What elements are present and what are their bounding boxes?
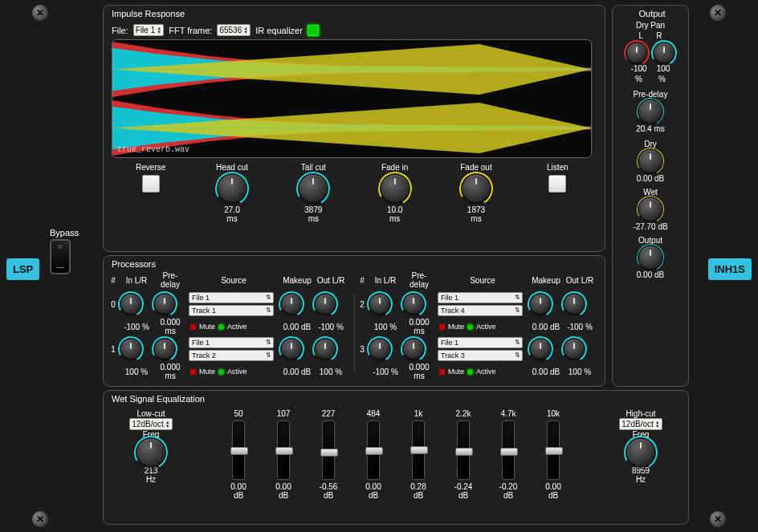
proc-0-out-knob[interactable] bbox=[316, 294, 335, 314]
eq-band-2-slider[interactable] bbox=[322, 420, 335, 480]
panel-output: Output Dry Pan L R -100 100 % % Pre-dela… bbox=[612, 5, 689, 387]
ir-waveform[interactable]: true_reverb.wav bbox=[112, 39, 592, 158]
proc-2-source-a[interactable]: File 1 bbox=[438, 292, 523, 303]
listen-button[interactable] bbox=[548, 175, 566, 193]
proc-3-out-val: 100 % bbox=[564, 368, 595, 376]
fadeout-knob[interactable] bbox=[463, 175, 490, 202]
panel-processors: Processors # In L/R Pre-delay Source Mak… bbox=[103, 255, 605, 387]
reverse-button[interactable] bbox=[142, 175, 160, 193]
ir-fft-label: FFT frame: bbox=[169, 26, 212, 35]
proc-h-pd: Pre-delay bbox=[155, 271, 185, 289]
proc-1-in-val: 100 % bbox=[121, 368, 152, 376]
bypass-label: Bypass bbox=[50, 228, 79, 238]
eq-lowcut: Low-cut 12dB/oct ▲▼ Freq 213 Hz bbox=[113, 409, 189, 484]
eq-band-3-thumb[interactable] bbox=[365, 447, 383, 455]
proc-1-source-a[interactable]: File 1 bbox=[189, 337, 274, 348]
eq-band-6-slider[interactable] bbox=[502, 420, 515, 480]
proc-1-pd-knob[interactable] bbox=[155, 339, 174, 359]
eq-band-3-slider[interactable] bbox=[367, 420, 380, 480]
eq-band-0-slider[interactable] bbox=[232, 420, 245, 480]
eq-band-5-unit: dB bbox=[458, 491, 468, 500]
proc-0-in-val: -100 % bbox=[121, 323, 152, 331]
proc-1-mute-led[interactable] bbox=[190, 369, 196, 375]
proc-0-mute-led[interactable] bbox=[190, 324, 196, 330]
eq-band-4-thumb[interactable] bbox=[410, 446, 428, 454]
proc-1-source-b[interactable]: Track 2 bbox=[189, 350, 274, 361]
eq-band-5-slider[interactable] bbox=[457, 420, 470, 480]
listen-led bbox=[555, 196, 560, 201]
ir-eq-led[interactable] bbox=[308, 25, 319, 36]
proc-2-in-knob[interactable] bbox=[370, 294, 389, 314]
dry-knob[interactable] bbox=[639, 150, 662, 173]
brand-inh: INH1S bbox=[708, 258, 752, 280]
proc-3-active-led[interactable] bbox=[467, 369, 473, 375]
eq-band-7-thumb[interactable] bbox=[545, 447, 563, 455]
tailcut-knob[interactable] bbox=[300, 175, 327, 202]
proc-3-out-knob[interactable] bbox=[564, 339, 584, 359]
ir-file-label: File: bbox=[112, 26, 128, 35]
drypan-label: Dry Pan bbox=[636, 21, 665, 30]
eq-band-1-thumb[interactable] bbox=[275, 447, 293, 455]
ir-fft-select[interactable]: 65536 ▲▼ bbox=[217, 24, 251, 36]
highcut-slope-value: 12dB/oct bbox=[621, 420, 653, 428]
highcut-slope-select[interactable]: 12dB/oct ▲▼ bbox=[619, 418, 662, 430]
proc-3-in-knob[interactable] bbox=[370, 339, 389, 359]
proc-1-in-knob[interactable] bbox=[121, 339, 141, 359]
spinner-icon: ▲▼ bbox=[655, 420, 660, 428]
proc-row-num: 0 bbox=[108, 300, 118, 309]
proc-row-num: 1 bbox=[108, 345, 118, 354]
eq-band-1-val: 0.00 bbox=[275, 482, 291, 491]
proc-1-out-knob[interactable] bbox=[316, 339, 335, 359]
ir-file-value: File 1 bbox=[136, 26, 155, 35]
proc-2-out-knob[interactable] bbox=[564, 294, 584, 314]
eq-band-4-slider[interactable] bbox=[412, 420, 425, 480]
ir-filename: true_reverb.wav bbox=[117, 145, 190, 154]
proc-3-pd-knob[interactable] bbox=[404, 339, 423, 359]
proc-1-active-led[interactable] bbox=[218, 369, 224, 375]
out-knob[interactable] bbox=[639, 246, 662, 269]
eq-band-4: 1k 0.28 dB bbox=[397, 409, 439, 500]
eq-band-3-val: 0.00 bbox=[365, 482, 381, 491]
proc-3-pd-val: 0.000 ms bbox=[404, 363, 434, 380]
eq-band-7: 10k 0.00 dB bbox=[532, 409, 574, 500]
proc-1-mk-knob[interactable] bbox=[282, 339, 301, 359]
headcut-knob[interactable] bbox=[218, 175, 246, 202]
proc-2-pd-knob[interactable] bbox=[404, 294, 423, 314]
eq-band-1-slider[interactable] bbox=[277, 420, 290, 480]
dry-value: 0.00 dB bbox=[637, 174, 664, 183]
eq-band-6-thumb[interactable] bbox=[500, 448, 518, 456]
eq-band-5-freq: 2.2k bbox=[456, 409, 471, 418]
proc-3-source-a[interactable]: File 1 bbox=[438, 337, 523, 348]
wet-knob[interactable] bbox=[639, 198, 662, 221]
eq-band-5-val: -0.24 bbox=[454, 482, 473, 491]
proc-0-active-led[interactable] bbox=[218, 324, 224, 330]
drypan-l-knob[interactable] bbox=[627, 43, 646, 63]
proc-0-source-a[interactable]: File 1 bbox=[189, 292, 274, 303]
proc-2-out-val: -100 % bbox=[564, 323, 595, 331]
highcut-freq-knob[interactable] bbox=[627, 439, 654, 466]
proc-2-mk-knob[interactable] bbox=[531, 294, 550, 314]
proc-0-mk-knob[interactable] bbox=[282, 294, 301, 314]
eq-band-2: 227 -0.56 dB bbox=[308, 409, 349, 500]
proc-3-mute-led[interactable] bbox=[439, 369, 445, 375]
proc-3-mk-knob[interactable] bbox=[531, 339, 550, 359]
eq-band-2-thumb[interactable] bbox=[320, 449, 338, 457]
lowcut-slope-select[interactable]: 12dB/oct ▲▼ bbox=[129, 418, 172, 430]
proc-2-source-b[interactable]: Track 4 bbox=[438, 305, 523, 316]
eq-band-0-thumb[interactable] bbox=[230, 447, 248, 455]
proc-2-mute-led[interactable] bbox=[439, 324, 445, 330]
proc-0-in-knob[interactable] bbox=[121, 294, 141, 314]
proc-0-source-b[interactable]: Track 1 bbox=[189, 305, 274, 316]
eq-band-7-slider[interactable] bbox=[547, 420, 560, 480]
drypan-r-knob[interactable] bbox=[654, 43, 674, 63]
eq-band-5-thumb[interactable] bbox=[455, 448, 473, 456]
proc-2-active-led[interactable] bbox=[467, 324, 473, 330]
eq-band-6: 4.7k -0.20 dB bbox=[487, 409, 529, 500]
ir-file-select[interactable]: File 1 ▲▼ bbox=[133, 24, 164, 36]
predelay-knob[interactable] bbox=[639, 100, 662, 123]
lowcut-freq-knob[interactable] bbox=[137, 439, 165, 466]
fadein-knob[interactable] bbox=[381, 175, 409, 202]
proc-0-pd-knob[interactable] bbox=[155, 294, 174, 314]
bypass-switch[interactable] bbox=[50, 239, 71, 274]
proc-3-source-b[interactable]: Track 3 bbox=[438, 350, 523, 361]
